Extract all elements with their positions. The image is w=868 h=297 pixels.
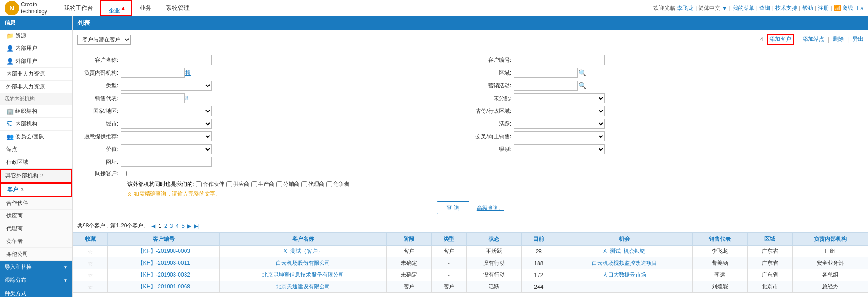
select-cross-sell[interactable] [514,131,605,141]
delete-button[interactable]: 删除 [833,35,844,43]
advanced-query-button[interactable]: 高级查询。 [477,201,504,214]
nav-enterprise[interactable]: 企业 4 [100,0,132,16]
name-link[interactable]: 北京昆坤查信息技术股份有限公司 [262,272,344,278]
th-name: 客户名称 [220,233,387,246]
cb-partner-supplier[interactable] [226,181,232,187]
cb-partner-producer[interactable] [251,181,257,187]
lang-link[interactable]: 简体中文 ▼ [698,0,727,16]
add-site-button[interactable]: 添加站点 [803,35,824,43]
filter-select[interactable]: 客户与潜在客户 所有客户 我的客户 [77,35,131,45]
tech-support-link[interactable]: 技术支持 [775,0,797,16]
query-button[interactable]: 查 询 [437,201,469,214]
name-link[interactable]: 白云机场股份有限公司 [276,260,330,266]
sidebar-item-partner[interactable]: 合作伙伴 [0,197,72,210]
help-link[interactable]: 帮助 [802,0,813,16]
select-city[interactable] [121,119,212,129]
select-grade[interactable] [514,144,605,154]
form-row-value: 价值: [82,143,466,156]
query-link[interactable]: 查询 [759,0,770,16]
cb-partner-distributor[interactable] [276,181,282,187]
star-icon[interactable]: ☆ [87,272,93,279]
cell-star[interactable]: ☆ [73,257,108,269]
star-icon[interactable]: ☆ [87,248,93,255]
name-link[interactable]: 北京天通建设有限公司 [276,283,330,290]
sidebar-type-method[interactable]: 种类方式 [0,287,72,297]
opp-link[interactable]: 人口大数据云市场 [603,272,646,278]
marketing-search-icon[interactable]: 🔍 [579,82,586,89]
sidebar-item-internal-user[interactable]: 👤 内部用户 [0,42,72,55]
id-link[interactable]: 【KH】-201901-0068 [138,283,190,290]
name-link[interactable]: X_测试（客户） [284,248,323,254]
input-customer-name[interactable] [121,55,212,65]
region-search-icon[interactable]: 🔍 [579,69,586,76]
cell-star[interactable]: ☆ [73,281,108,293]
input-dept[interactable] [121,68,185,78]
export-button[interactable]: 异出 [853,35,863,43]
select-recommend[interactable] [121,131,212,141]
select-province[interactable] [514,106,605,116]
sidebar-item-supplier[interactable]: 供应商 [0,210,72,222]
opp-link[interactable]: 白云机场视频监控改造项目 [592,260,657,266]
page-nav-1[interactable]: 1 [157,223,162,229]
sidebar-item-other-company[interactable]: 某他公司 [0,248,72,261]
opp-link[interactable]: X_测试_机会银链 [603,248,645,254]
sidebar-track-dist[interactable]: 跟踪分布 ▼ [0,274,72,287]
page-last-btn[interactable]: ▶| [193,223,200,229]
checkbox-indirect[interactable] [121,171,127,176]
select-active[interactable] [514,119,605,129]
add-customer-button[interactable]: 添加客户 [767,34,794,45]
page-nav-5[interactable]: 5 [180,223,185,229]
sidebar-item-site[interactable]: 站点 [0,143,72,156]
sidebar-item-resource[interactable]: 📁 资源 [0,30,72,42]
logout-link[interactable]: 离线 [842,0,853,16]
sidebar-item-external-user[interactable]: 👤 外部用户 [0,55,72,68]
sidebar-item-agent[interactable]: 代理商 [0,222,72,235]
nav-workbench[interactable]: 我的工作台 [56,0,100,16]
sidebar-import-replace[interactable]: 导入和替换 ▼ [0,261,72,274]
select-country[interactable] [121,106,212,116]
cb-partner-agent[interactable] [301,181,307,187]
id-link[interactable]: 【KH】-201908-0003 [138,248,190,254]
sidebar-item-admin-region[interactable]: 行政区域 [0,156,72,169]
sidebar-item-customer[interactable]: 客户 3 [0,183,72,197]
page-next-btn[interactable]: ▶ [186,223,192,229]
label-cross-sell: 交叉/向上销售: [475,133,511,141]
sidebar-item-internal-nonhr[interactable]: 内部非人力资源 [0,68,72,81]
input-region[interactable] [514,68,578,78]
input-marketing[interactable] [514,81,578,91]
cell-star[interactable]: ☆ [73,246,108,257]
username-link[interactable]: 李飞龙 [677,0,693,16]
nav-business[interactable]: 业务 [132,0,159,16]
cb-partner-competitor[interactable] [326,181,332,187]
page-prev-btn[interactable]: ◀ [150,223,156,229]
sidebar-item-external-nonhr[interactable]: 外部非人力资源 [0,81,72,93]
cell-id: 【KH】-201908-0003 [108,246,220,257]
select-unassigned[interactable] [514,93,605,103]
select-type[interactable] [121,81,212,91]
sidebar-item-competitor[interactable]: 竞争者 [0,235,72,248]
my-menu-link[interactable]: 我的菜单 [733,0,754,16]
star-icon[interactable]: ☆ [87,283,93,291]
sidebar-item-internal-org[interactable]: 🏗 内部机构 [0,118,72,131]
dept-search-link[interactable]: 搜 [185,69,191,77]
logo: N Create technology [5,1,47,15]
sidebar-item-committee[interactable]: 👥 委员会/团队 [0,131,72,143]
cb-partner-cooperate[interactable] [196,181,202,187]
select-value[interactable] [121,144,212,154]
sidebar-section-info: 信息 [0,16,72,30]
input-website[interactable] [121,157,212,167]
sidebar-item-org[interactable]: 🏢 组织架构 [0,105,72,118]
star-icon[interactable]: ☆ [87,260,93,267]
input-sales-rep[interactable] [121,93,185,103]
form-right: 客户编号: 区域: 🔍 营销活动: [475,54,859,179]
nav-system[interactable]: 系统管理 [159,0,197,16]
id-link[interactable]: 【KH】-201903-0011 [138,260,190,266]
page-nav-3[interactable]: 3 [169,223,174,229]
input-customer-id[interactable] [514,55,605,65]
id-link[interactable]: 【KH】-201903-0032 [138,272,190,278]
register-link[interactable]: 注册 [818,0,829,16]
sales-rep-link[interactable]: 8 [185,95,189,101]
cell-star[interactable]: ☆ [73,269,108,281]
page-nav-4[interactable]: 4 [175,223,180,229]
page-nav-2[interactable]: 2 [163,223,168,229]
